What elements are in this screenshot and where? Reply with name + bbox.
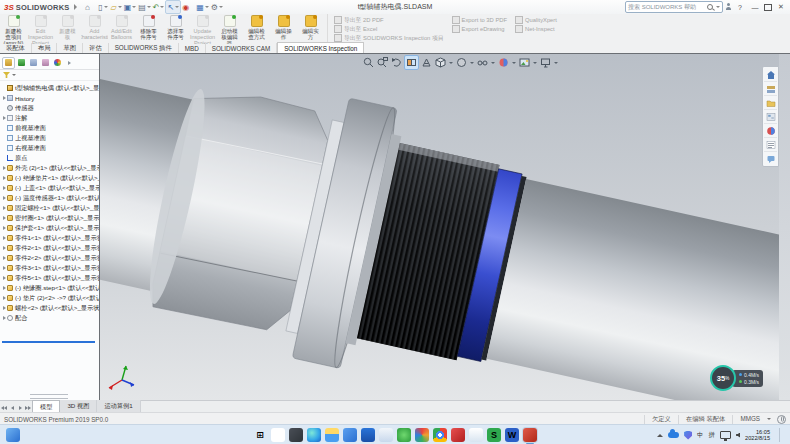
tree-item[interactable]: 保护套<1> (默认<<默认>_显示状 [1,223,99,233]
tree-item[interactable]: History [1,93,99,103]
tree-item[interactable]: 密封圈<1> (默认<<默认>_显示状 [1,213,99,223]
remove-balloons[interactable]: 移除零 件序号 [135,14,162,44]
view-palette-icon[interactable] [764,110,777,124]
tree-item[interactable]: 配合 [1,313,99,323]
view-orientation-icon[interactable] [434,56,447,69]
save-button[interactable]: ▣ [123,1,138,13]
speaker-icon[interactable] [736,433,740,438]
expand-arrow-icon[interactable] [3,166,6,170]
dropdown-caret-icon[interactable] [449,62,453,64]
tab-motion-study[interactable]: 运动算例1 [97,400,140,412]
expand-arrow-icon[interactable] [3,206,6,210]
units-dropdown-caret-icon[interactable] [767,418,771,420]
expand-arrow-icon[interactable] [3,216,6,220]
dynamic-annotation-views-icon[interactable] [420,56,433,69]
expand-arrow-icon[interactable] [3,276,6,280]
expand-arrow-icon[interactable] [3,196,6,200]
tab-3d-views[interactable]: 3D 视图 [60,400,97,412]
tab-mbd[interactable]: MBD [179,43,206,53]
close-button[interactable]: ✕ [775,3,787,11]
dropdown-caret-icon[interactable] [205,6,209,8]
export-menu-item[interactable]: 导出至 2D PDF [334,16,444,24]
solidworks-resources-icon[interactable] [764,68,777,82]
dropdown-caret-icon[interactable] [175,6,179,8]
security-shield-icon[interactable] [684,431,692,440]
dropdown-caret-icon[interactable] [219,6,223,8]
solidworks-app[interactable] [523,428,537,442]
expand-arrow-icon[interactable] [3,116,6,120]
graphics-viewport[interactable]: 35% 0.4M/s 0.3M/s [100,54,790,401]
dropdown-caret-icon[interactable] [491,62,495,64]
expand-arrow-icon[interactable] [3,286,6,290]
edit-appearance-icon[interactable] [497,56,510,69]
taskbar-clock[interactable]: 16:05 2022/8/15 [745,429,770,442]
new-document-button[interactable]: ▯ [96,1,109,13]
ime-language-indicator[interactable]: 中 [697,431,704,440]
add-characteristic[interactable]: Add Characteristic [81,14,108,44]
restore-button[interactable] [764,4,772,11]
reader-app[interactable] [451,428,465,442]
apply-scene-icon[interactable] [518,56,531,69]
expand-arrow-icon[interactable] [3,176,6,180]
tree-item[interactable]: 前视基准面 [1,123,99,133]
expand-arrow-icon[interactable] [3,306,6,310]
export-menu-item[interactable]: 导出至 Excel [334,25,444,33]
search-icon[interactable] [707,4,713,10]
solidworks-forum-icon[interactable] [764,152,777,165]
previous-view-icon[interactable] [390,56,403,69]
expand-arrow-icon[interactable] [3,96,6,100]
notepad-app[interactable] [469,428,483,442]
view-settings-icon[interactable] [539,56,552,69]
launch-template-editor[interactable]: 启动模 板编辑 器 [216,14,243,44]
panel-resize-grip[interactable] [30,394,68,399]
dropdown-caret-icon[interactable] [512,62,516,64]
show-desktop-button[interactable] [779,428,780,442]
tree-item[interactable]: 外壳 (2)<1> (默认<<默认>_显示状 [1,163,99,173]
browser-360[interactable] [397,428,411,442]
custom-properties-icon[interactable] [764,138,777,152]
tree-item[interactable]: (-) 绝缘圈.step<1> (默认<<默认> [1,283,99,293]
tab-cam[interactable]: SOLIDWORKS CAM [206,43,277,53]
tree-item[interactable]: 零件1<1> (默认<<默认>_显示状态 [1,233,99,243]
options-button[interactable]: ▦ [195,1,210,13]
expand-arrow-icon[interactable] [3,296,6,300]
edit-inspection-methods[interactable]: 编辑检 查方式 [243,14,270,44]
featuremanager-tree-tab[interactable] [2,57,15,69]
tree-item[interactable]: 右视基准面 [1,143,99,153]
edit-inspection-member[interactable]: 编辑实 方 [297,14,324,44]
chrome-browser[interactable] [433,428,447,442]
expand-panel-tabs[interactable] [64,58,75,68]
export-menu-item[interactable]: Export to 3D PDF [452,16,507,24]
new-template[interactable]: 新建模 板 [54,14,81,44]
panel-split-bar[interactable] [2,341,95,343]
help-search-input[interactable]: 搜索 SOLIDWORKS 帮助 [625,1,723,13]
tree-item[interactable]: 固定螺栓<1> (默认<<默认>_显示 [1,203,99,213]
edge-browser[interactable] [307,428,321,442]
section-view-icon[interactable] [404,55,419,70]
filter-caret-icon[interactable] [12,74,16,76]
hidden-icons-chevron[interactable] [657,434,663,437]
display-style-icon[interactable] [455,56,468,69]
dropdown-caret-icon[interactable] [104,6,108,8]
tree-item[interactable]: 注解 [1,113,99,123]
export-menu-item[interactable]: Net-Inspect [515,25,557,33]
tab-layout[interactable]: 布局 [32,43,58,53]
tree-item[interactable]: (-) 绝缘垫片<1> (默认<<默认>_显 [1,173,99,183]
display-cast-icon[interactable] [720,431,731,439]
export-menu-item[interactable]: Export eDrawing [452,25,507,33]
dropdown-caret-icon[interactable] [160,6,164,8]
tab-assembly[interactable]: 装配体 [0,43,32,53]
expand-arrow-icon[interactable] [3,236,6,240]
tree-item[interactable]: 上视基准面 [1,133,99,143]
tab-addins[interactable]: SOLIDWORKS 插件 [109,43,179,53]
file-explorer[interactable] [325,428,339,442]
tree-item[interactable]: t型轴辅热电偶 (默认<默认>_显示状态-1 [1,83,99,93]
tree-item[interactable]: (-) 温度传感器<1> (默认<<默认>_ [1,193,99,203]
home-button[interactable]: ⌂ [83,1,96,13]
ime-mode-indicator[interactable]: 拼 [709,431,716,440]
dropdown-caret-icon[interactable] [118,6,122,8]
rebuild-button[interactable]: ◉ [181,1,195,13]
performance-overlay-badge[interactable]: 35% 0.4M/s 0.3M/s [710,365,763,391]
dropdown-caret-icon[interactable] [132,6,136,8]
onedrive-icon[interactable] [668,432,679,438]
